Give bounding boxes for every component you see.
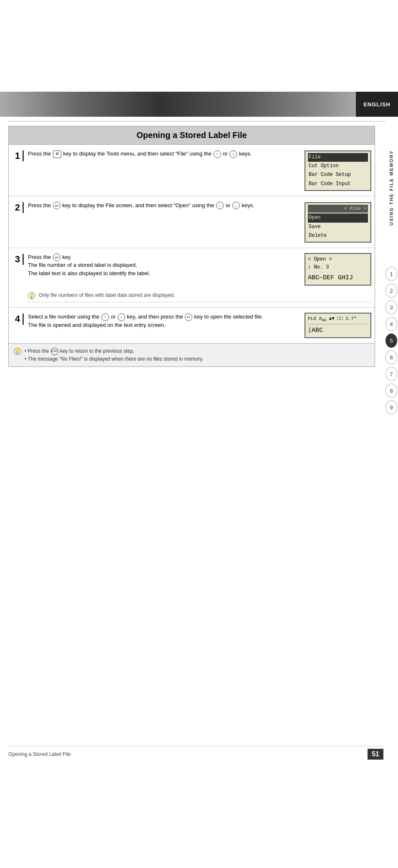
page-footer: Opening a Stored Label File 51 xyxy=(8,746,383,760)
step-1-content: Press the ⚙ key to display the Tools men… xyxy=(28,150,371,191)
screen-2-item-2: Delete xyxy=(308,231,368,240)
step-4-row: 4 Select a file number using the ↑ or ↓ … xyxy=(9,308,375,343)
notes-bulb-icon: 💡 xyxy=(14,348,21,355)
up-key-icon: ↑ xyxy=(214,151,221,158)
screen-3-label-text: ABC←DEF GHIJ xyxy=(308,274,353,281)
step-2-number: 2 xyxy=(12,202,24,213)
step-3-row: 3 Press the ↩ key. The file number of a … xyxy=(9,248,375,308)
step-3-tip: 💡 Only file numbers of files with label … xyxy=(28,289,371,302)
notes-box: 💡 • Press the ESC key to return to the p… xyxy=(9,344,375,366)
screen-3-header: < Open > xyxy=(308,256,368,263)
step-1-number: 1 xyxy=(12,151,24,161)
step-3-number: 3 xyxy=(12,254,24,265)
step-1-screen: File Cut Option Bar Code Setup Bar Code … xyxy=(305,151,371,191)
side-label: USING THE FILE MEMORY xyxy=(385,121,398,254)
chapter-4: 4 xyxy=(385,317,397,331)
step-4-screen: FLO Aaa ▲▼ □□ 2.7" |ABC xyxy=(305,313,371,338)
language-text: ENGLISH xyxy=(363,101,390,108)
enter-key-icon-4: ↩ xyxy=(185,314,192,321)
header-bar: ENGLISH xyxy=(0,92,398,117)
step-4-number: 4 xyxy=(12,314,24,324)
enter-key-icon-3: ↩ xyxy=(53,253,60,261)
chapter-5-active: 5 xyxy=(385,334,397,348)
screen-1-item-1: Cut Option xyxy=(308,162,368,171)
steps-container: 1 Press the ⚙ key to display the Tools m… xyxy=(8,145,375,367)
step-3-text-screen: Press the ↩ key. The file number of a st… xyxy=(28,253,371,286)
screen-1-item-3: Bar Code Input xyxy=(308,180,368,188)
screen-4-top-line: FLO Aaa ▲▼ □□ 2.7" xyxy=(308,315,357,323)
language-badge: ENGLISH xyxy=(356,92,398,117)
screen-1-item-0: File xyxy=(308,153,368,162)
step-2-content: Press the ↩ key to display the File scre… xyxy=(28,201,371,243)
step-2-screen: < File > Open Save Delete xyxy=(305,202,371,243)
up-key-icon-4: ↑ xyxy=(101,314,109,321)
esc-key-icon: ESC xyxy=(51,348,58,355)
down-key-icon: ↓ xyxy=(229,151,237,158)
screen-4-bottom-line: |ABC xyxy=(308,327,323,334)
section-title: Opening a Stored Label File xyxy=(8,126,375,145)
screen-3-file-number: ↕ No. 3 xyxy=(308,264,329,270)
step-1-text-screen: Press the ⚙ key to display the Tools men… xyxy=(28,150,371,191)
page-number-box: 51 xyxy=(368,749,383,760)
step-3-text: Press the ↩ key. The file number of a st… xyxy=(28,253,300,278)
chapter-3: 3 xyxy=(385,300,397,314)
step-1-row: 1 Press the ⚙ key to display the Tools m… xyxy=(9,145,375,196)
chapter-1: 1 xyxy=(385,267,397,281)
chapter-6: 6 xyxy=(385,350,397,364)
screen-2-item-1: Save xyxy=(308,223,368,231)
chapter-7: 7 xyxy=(385,367,397,381)
tip-bulb-icon: 💡 xyxy=(28,292,35,299)
footer-page-label: Opening a Stored Label File xyxy=(8,751,71,757)
step-4-text: Select a file number using the ↑ or ↓ ke… xyxy=(28,313,300,329)
main-content: Opening a Stored Label File 1 Press the … xyxy=(0,122,383,375)
tools-key-icon: ⚙ xyxy=(53,151,61,158)
step-3-screen: < Open > ↕ No. 3 ABC←DEF GHIJ xyxy=(305,253,371,286)
step-3-tip-text: Only file numbers of files with label da… xyxy=(39,291,175,299)
right-sidebar: 1 2 3 4 5 6 7 8 9 xyxy=(385,267,398,417)
screen-2-header: < File > xyxy=(308,205,368,213)
step-2-row: 2 Press the ↩ key to display the File sc… xyxy=(9,196,375,248)
step-1-text: Press the ⚙ key to display the Tools men… xyxy=(28,150,300,158)
notes-text: • Press the ESC key to return to the pre… xyxy=(25,347,203,363)
chapter-8: 8 xyxy=(385,384,397,398)
step-4-content: Select a file number using the ↑ or ↓ ke… xyxy=(28,313,371,338)
side-label-text: USING THE FILE MEMORY xyxy=(389,150,394,226)
step-4-text-screen: Select a file number using the ↑ or ↓ ke… xyxy=(28,313,371,338)
screen-2-item-0: Open xyxy=(308,213,368,222)
up-key-icon-2: ↑ xyxy=(216,202,224,209)
chapter-9: 9 xyxy=(385,400,397,414)
step-2-text-screen: Press the ↩ key to display the File scre… xyxy=(28,201,371,243)
down-key-icon-4: ↓ xyxy=(118,314,125,321)
chapter-2: 2 xyxy=(385,283,397,298)
enter-key-icon-2: ↩ xyxy=(53,202,60,209)
top-space xyxy=(0,0,398,92)
step-3-content: Press the ↩ key. The file number of a st… xyxy=(28,253,371,302)
down-key-icon-2: ↓ xyxy=(232,202,240,209)
step-2-text: Press the ↩ key to display the File scre… xyxy=(28,201,300,210)
screen-1-item-2: Bar Code Setup xyxy=(308,171,368,179)
